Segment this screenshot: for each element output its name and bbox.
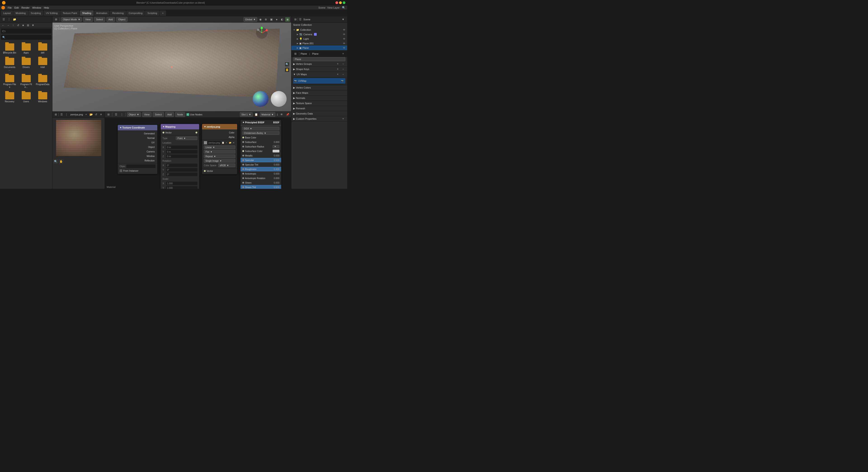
interpolation-select[interactable]: Linear▼ <box>204 145 235 149</box>
visibility-icon[interactable]: 👁 <box>343 29 345 31</box>
plane-name-field[interactable]: Plane <box>293 57 345 61</box>
new-image-icon[interactable]: + <box>84 112 88 117</box>
editor-type-icon-2[interactable]: ⊞ <box>54 112 58 117</box>
up-dir-icon[interactable]: ↑ <box>11 23 16 28</box>
list-item[interactable]: Drivers <box>18 57 34 73</box>
uvmap-item[interactable]: 📷 UVMap 📷 <box>293 78 345 83</box>
outliner-item-collection[interactable]: ▼ 📁 Collection 👁 <box>291 28 347 32</box>
wireframe-shading-icon[interactable]: ▣ <box>269 17 274 22</box>
tab-shading[interactable]: Shading <box>80 10 93 16</box>
obj-add-icon[interactable]: + <box>341 52 345 56</box>
remove-vg-icon[interactable]: − <box>341 62 345 66</box>
material-select[interactable]: Material ▼ <box>260 112 275 117</box>
tab-texture-paint[interactable]: Texture Paint <box>60 10 79 16</box>
reload-icon[interactable]: ↺ <box>94 112 98 117</box>
custom-props-header[interactable]: ▶ Custom Properties + <box>291 116 347 121</box>
list-item[interactable]: Users <box>18 91 34 104</box>
new-img-icon[interactable]: + <box>225 141 228 144</box>
uv-maps-header[interactable]: ▼ UV Maps + − <box>291 72 347 77</box>
list-icon-2[interactable]: ⋮ <box>64 112 68 117</box>
browse-material-icon[interactable]: 📋 <box>254 112 258 117</box>
list-item[interactable]: Program Files <box>2 74 18 90</box>
panel-type-icon[interactable]: 📁 <box>12 17 17 22</box>
remesh-header[interactable]: ▶ Remesh <box>291 106 347 111</box>
list-item[interactable]: Program File... <box>18 74 34 90</box>
browse-img-icon[interactable]: 📋 <box>221 141 224 144</box>
node-canvas[interactable]: ✦ Texture Coordinate Generated Normal <box>105 117 291 189</box>
add-sk-icon[interactable]: + <box>336 67 340 71</box>
node-list-icon[interactable]: ⋮ <box>120 112 124 117</box>
add-button[interactable]: Add <box>106 17 115 22</box>
menu-edit[interactable]: Edit <box>14 6 19 9</box>
zoom-in-icon[interactable]: 🔍 <box>285 62 289 67</box>
node-object-select[interactable]: Object ▼ <box>127 112 141 117</box>
outliner-item-plane001[interactable]: ▶ ▣ Plane.001 👁 <box>291 41 347 46</box>
add-uv-icon[interactable]: + <box>336 72 340 76</box>
outliner-menu-icon[interactable]: ☰ <box>298 17 303 22</box>
image-texture-node[interactable]: ✦ zemlya.png Color Alpha <box>202 124 237 174</box>
shape-keys-header[interactable]: ▶ Shape Keys + − <box>291 67 347 72</box>
img-name-input[interactable]: zemlya.png <box>208 141 221 144</box>
slot-select[interactable]: Slot 1 ▼ <box>240 112 253 117</box>
ggx-select[interactable]: GGX▼ <box>242 127 279 130</box>
subsurf-color-swatch[interactable] <box>273 150 279 153</box>
path-bar[interactable]: C:\ <box>1 29 51 34</box>
repeat-select[interactable]: Repeat▼ <box>204 155 235 158</box>
outliner-item-camera[interactable]: ▶ 📷 Camera 👁 <box>291 32 347 37</box>
visibility-icon[interactable]: 👁 <box>343 33 345 36</box>
list-item[interactable]: Recovery <box>2 91 18 104</box>
panel-list-icon[interactable]: ⋮ <box>7 17 11 22</box>
search-input[interactable] <box>6 36 50 39</box>
tab-compositing[interactable]: Compositing <box>126 10 145 16</box>
node-view-icon[interactable]: 👁 <box>279 112 284 117</box>
editor-type-icon[interactable]: ⊞ <box>54 17 58 22</box>
list-item[interactable]: Windows <box>35 91 51 104</box>
node-menu-icon[interactable]: ☰ <box>114 112 118 117</box>
pan-icon[interactable]: ✋ <box>285 68 289 72</box>
list-item[interactable]: Apps <box>18 42 34 56</box>
close-img-icon[interactable]: ✕ <box>232 141 235 144</box>
material-shading-icon[interactable]: ◐ <box>280 17 284 22</box>
vertex-groups-header[interactable]: ▶ Vertex Groups + − <box>291 61 347 66</box>
tab-sculpting[interactable]: Sculpting <box>29 10 43 16</box>
pan-icon-img[interactable]: ✋ <box>59 159 63 164</box>
x-loc-input[interactable]: 0 m <box>166 145 197 149</box>
search-icon[interactable]: 🔍 <box>341 5 346 10</box>
filter-icon[interactable]: ▼ <box>31 23 35 28</box>
open-image-icon[interactable]: 📂 <box>89 112 93 117</box>
filter-icon-2[interactable]: ▼ <box>341 17 345 22</box>
open-img-icon[interactable]: 📂 <box>228 141 232 144</box>
vertex-colors-header[interactable]: ▶ Vertex Colors <box>291 85 347 90</box>
menu-icon-2[interactable]: ☰ <box>60 112 64 117</box>
mapping-type-select[interactable]: Point ▼ <box>176 136 197 140</box>
overlay-icon[interactable]: ◉ <box>258 17 263 22</box>
remove-uv-icon[interactable]: − <box>341 72 345 76</box>
mode-select[interactable]: Object Mode ▼ <box>61 17 82 22</box>
menu-window[interactable]: Window <box>32 6 41 9</box>
z-rot-input[interactable]: 0° <box>166 173 197 176</box>
list-item[interactable]: Intel <box>35 57 51 73</box>
render-shading-icon[interactable]: ◉ <box>285 17 290 22</box>
panel-menu-icon[interactable]: ☰ <box>1 17 6 22</box>
close-button[interactable] <box>336 1 338 4</box>
tab-rendering[interactable]: Rendering <box>110 10 126 16</box>
tab-scripting[interactable]: Scripting <box>145 10 159 16</box>
viewport-canvas[interactable]: ✛ User Perspective (1) Collection | Plan… <box>53 23 291 111</box>
instancer-check[interactable] <box>120 169 122 172</box>
visibility-icon[interactable]: 👁 <box>343 46 345 49</box>
close-image-icon[interactable]: ✕ <box>99 112 103 117</box>
list-item[interactable]: Documents ... <box>2 57 18 73</box>
principled-bsdf-node[interactable]: ✦ Principled BSDF BSDF GGX▼ <box>241 120 281 189</box>
outliner-item-plane[interactable]: ▶ ▣ Plane 👁 <box>291 46 347 50</box>
node-editor-type-icon[interactable]: ⊞ <box>106 112 111 117</box>
view-button[interactable]: View <box>83 17 93 22</box>
projection-select[interactable]: Flat▼ <box>204 150 235 154</box>
node-add-btn[interactable]: Add <box>165 112 174 117</box>
obj-input[interactable] <box>126 164 156 168</box>
display-icon[interactable]: ⊞ <box>26 23 30 28</box>
y-loc-input[interactable]: 0 m <box>166 150 197 154</box>
object-button[interactable]: Object <box>116 17 127 22</box>
gizmo-icon[interactable]: ⊕ <box>264 17 268 22</box>
remove-sk-icon[interactable]: − <box>341 67 345 71</box>
z-loc-input[interactable]: 0 m <box>166 155 197 158</box>
